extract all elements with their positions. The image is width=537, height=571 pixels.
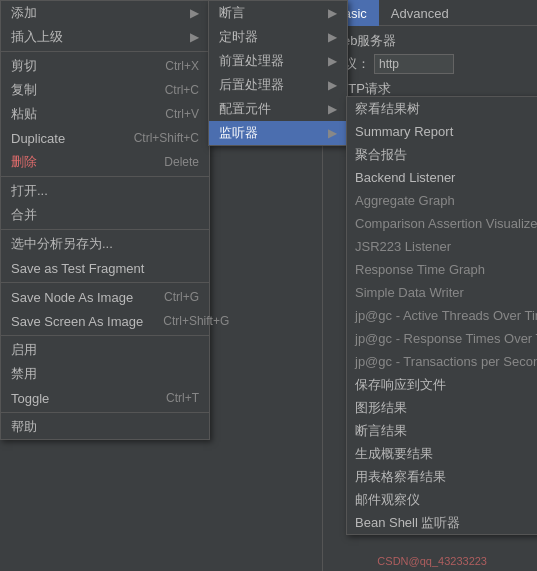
listener-item-label: Response Time Graph <box>355 262 485 277</box>
submenu-item-arrow: ▶ <box>328 54 337 68</box>
listener-menu-item[interactable]: Backend Listener <box>347 166 537 189</box>
context-menu-item[interactable]: 选中分析另存为... <box>1 232 209 256</box>
context-menu-item[interactable]: Save Node As ImageCtrl+G <box>1 285 209 309</box>
tab-advanced[interactable]: Advanced <box>379 0 461 26</box>
protocol-input[interactable] <box>374 54 454 74</box>
submenu-item-arrow: ▶ <box>328 102 337 116</box>
context-menu-item[interactable]: ToggleCtrl+T <box>1 386 209 410</box>
menu-item-shortcut: Ctrl+G <box>164 290 199 304</box>
listener-menu-item[interactable]: jp@gc - Transactions per Second <box>347 350 537 373</box>
menu-item-shortcut: Ctrl+Shift+G <box>163 314 229 328</box>
context-menu-item[interactable]: 剪切Ctrl+X <box>1 54 209 78</box>
context-menu-item[interactable]: 插入上级▶ <box>1 25 209 49</box>
watermark: CSDN@qq_43233223 <box>377 555 487 567</box>
context-menu-item[interactable]: Save as Test Fragment <box>1 256 209 280</box>
listener-menu-item[interactable]: 图形结果 <box>347 396 537 419</box>
menu-item-label: 合并 <box>11 206 37 224</box>
listener-menu-item[interactable]: Response Time Graph <box>347 258 537 281</box>
listener-menu-item[interactable]: 察看结果树 <box>347 97 537 120</box>
context-menu-item[interactable]: Save Screen As ImageCtrl+Shift+G <box>1 309 209 333</box>
submenu-add-item[interactable]: 前置处理器▶ <box>209 49 347 73</box>
submenu-item-arrow: ▶ <box>328 6 337 20</box>
menu-divider <box>1 335 209 336</box>
submenu-item-label: 定时器 <box>219 28 258 46</box>
menu-item-label: 添加 <box>11 4 37 22</box>
listener-menu-item[interactable]: 用表格察看结果 <box>347 465 537 488</box>
context-menu-item[interactable]: 合并 <box>1 203 209 227</box>
context-menu-item[interactable]: 复制Ctrl+C <box>1 78 209 102</box>
menu-item-arrow: ▶ <box>190 6 199 20</box>
submenu-item-label: 断言 <box>219 4 245 22</box>
tabs-bar: Basic Advanced <box>323 0 537 26</box>
menu-item-label: 打开... <box>11 182 48 200</box>
listener-menu-item[interactable]: 保存响应到文件 <box>347 373 537 396</box>
listener-menu-item[interactable]: JSR223 Listener <box>347 235 537 258</box>
menu-item-label: 删除 <box>11 153 37 171</box>
context-menu-item[interactable]: 删除Delete <box>1 150 209 174</box>
submenu-item-label: 前置处理器 <box>219 52 284 70</box>
listener-item-label: 聚合报告 <box>355 146 407 164</box>
listener-menu-item[interactable]: Simple Data Writer <box>347 281 537 304</box>
menu-item-label: 帮助 <box>11 418 37 436</box>
listener-menu-item[interactable]: Bean Shell 监听器 <box>347 511 537 534</box>
menu-item-label: 粘贴 <box>11 105 37 123</box>
menu-divider <box>1 412 209 413</box>
listener-item-label: Summary Report <box>355 124 453 139</box>
listener-menu-item[interactable]: jp@gc - Active Threads Over Time <box>347 304 537 327</box>
listener-item-label: jp@gc - Transactions per Second <box>355 354 537 369</box>
listener-item-label: 保存响应到文件 <box>355 376 446 394</box>
context-menu-item[interactable]: DuplicateCtrl+Shift+C <box>1 126 209 150</box>
listener-item-label: 察看结果树 <box>355 100 420 118</box>
listener-item-label: Comparison Assertion Visualizer <box>355 216 537 231</box>
menu-item-label: Duplicate <box>11 131 65 146</box>
listener-item-label: 图形结果 <box>355 399 407 417</box>
menu-item-label: Save as Test Fragment <box>11 261 144 276</box>
listener-menu-item[interactable]: Summary Report <box>347 120 537 143</box>
listener-menu-item[interactable]: Comparison Assertion Visualizer <box>347 212 537 235</box>
listener-menu-item[interactable]: jp@gc - Response Times Over Time <box>347 327 537 350</box>
context-menu: 添加▶插入上级▶剪切Ctrl+X复制Ctrl+C粘贴Ctrl+VDuplicat… <box>0 0 210 440</box>
listener-item-label: jp@gc - Response Times Over Time <box>355 331 537 346</box>
menu-item-label: 复制 <box>11 81 37 99</box>
menu-item-label: 剪切 <box>11 57 37 75</box>
submenu-listener: 察看结果树Summary Report聚合报告Backend ListenerA… <box>346 96 537 535</box>
context-menu-item[interactable]: 粘贴Ctrl+V <box>1 102 209 126</box>
menu-item-label: Toggle <box>11 391 49 406</box>
listener-menu-item[interactable]: 生成概要结果 <box>347 442 537 465</box>
submenu-add-item[interactable]: 断言▶ <box>209 1 347 25</box>
listener-item-label: Aggregate Graph <box>355 193 455 208</box>
menu-divider <box>1 51 209 52</box>
listener-menu-item[interactable]: 聚合报告 <box>347 143 537 166</box>
menu-item-label: 插入上级 <box>11 28 63 46</box>
submenu-add-item[interactable]: 后置处理器▶ <box>209 73 347 97</box>
listener-menu-item[interactable]: 邮件观察仪 <box>347 488 537 511</box>
listener-menu-item[interactable]: Aggregate Graph <box>347 189 537 212</box>
menu-divider <box>1 229 209 230</box>
context-menu-item[interactable]: 帮助 <box>1 415 209 439</box>
menu-item-shortcut: Ctrl+Shift+C <box>134 131 199 145</box>
listener-item-label: Simple Data Writer <box>355 285 464 300</box>
protocol-row: 协议： <box>331 54 529 74</box>
menu-item-shortcut: Ctrl+C <box>165 83 199 97</box>
submenu-item-arrow: ▶ <box>328 78 337 92</box>
listener-item-label: 用表格察看结果 <box>355 468 446 486</box>
context-menu-item[interactable]: 添加▶ <box>1 1 209 25</box>
menu-item-label: 选中分析另存为... <box>11 235 113 253</box>
listener-item-label: Bean Shell 监听器 <box>355 514 461 532</box>
submenu-add-item[interactable]: 定时器▶ <box>209 25 347 49</box>
context-menu-item[interactable]: 启用 <box>1 338 209 362</box>
menu-item-arrow: ▶ <box>190 30 199 44</box>
menu-divider <box>1 282 209 283</box>
listener-item-label: Backend Listener <box>355 170 455 185</box>
submenu-item-arrow: ▶ <box>328 126 337 140</box>
menu-item-shortcut: Ctrl+V <box>165 107 199 121</box>
context-menu-item[interactable]: 打开... <box>1 179 209 203</box>
context-menu-item[interactable]: 禁用 <box>1 362 209 386</box>
menu-item-label: 启用 <box>11 341 37 359</box>
listener-item-label: 断言结果 <box>355 422 407 440</box>
submenu-add-item[interactable]: 配置元件▶ <box>209 97 347 121</box>
listener-item-label: 邮件观察仪 <box>355 491 420 509</box>
listener-menu-item[interactable]: 断言结果 <box>347 419 537 442</box>
submenu-add-item[interactable]: 监听器▶ <box>209 121 347 145</box>
menu-item-shortcut: Delete <box>164 155 199 169</box>
